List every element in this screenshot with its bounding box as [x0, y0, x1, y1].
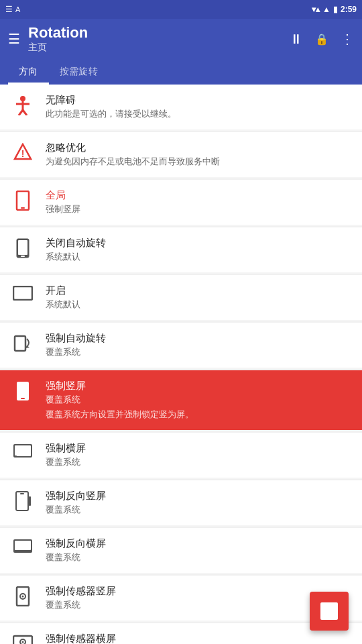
- svg-text:!: !: [21, 148, 25, 159]
- force-sensor-landscape-title: 强制传感器横屏: [46, 633, 351, 644]
- close-auto-icon: [11, 238, 35, 258]
- accessibility-title: 无障碍: [46, 94, 351, 107]
- svg-rect-22: [20, 493, 24, 494]
- force-reverse-landscape-icon: [11, 539, 35, 553]
- force-sensor-portrait-text: 强制传感器竖屏 覆盖系统: [46, 585, 351, 611]
- force-landscape-sub: 覆盖系统: [46, 456, 351, 468]
- svg-rect-10: [18, 240, 27, 255]
- list-item-force-landscape[interactable]: 强制横屏 覆盖系统: [0, 433, 362, 478]
- quanju-sub: 强制竖屏: [46, 203, 351, 215]
- hamburger-button[interactable]: ☰: [8, 31, 20, 47]
- svg-line-4: [23, 110, 27, 115]
- force-landscape-text: 强制横屏 覆盖系统: [46, 442, 351, 468]
- app-title: Rotation: [28, 24, 88, 42]
- tab-bar: 方向 按需旋转: [8, 59, 354, 85]
- svg-rect-11: [21, 256, 25, 257]
- open-sub: 系统默认: [46, 299, 351, 311]
- svg-rect-23: [29, 496, 31, 506]
- accessibility-sub: 此功能是可选的，请接受以继续。: [46, 108, 351, 120]
- app-subtitle: 主页: [28, 42, 88, 54]
- force-portrait-text: 强制竖屏 覆盖系统 覆盖系统方向设置并强制锁定竖为屏。: [46, 380, 351, 421]
- svg-rect-16: [17, 382, 29, 400]
- svg-rect-21: [16, 492, 28, 511]
- quanju-title: 全局: [46, 189, 351, 202]
- quanju-icon: [11, 191, 35, 211]
- force-sensor-portrait-sub: 覆盖系统: [46, 599, 351, 611]
- force-reverse-portrait-text: 强制反向竖屏 覆盖系统: [46, 490, 351, 516]
- force-portrait-title: 强制竖屏: [46, 380, 351, 392]
- force-reverse-portrait-icon: [11, 491, 35, 511]
- svg-rect-20: [14, 455, 17, 457]
- tab-direction[interactable]: 方向: [8, 59, 49, 85]
- open-text: 开启 系统默认: [46, 284, 351, 311]
- close-auto-title: 关闭自动旋转: [46, 237, 351, 250]
- list-item-force-portrait[interactable]: 强制竖屏 覆盖系统 覆盖系统方向设置并强制锁定竖为屏。: [0, 370, 362, 430]
- stop-fab[interactable]: [310, 592, 349, 631]
- wifi-icon: ▾▴: [312, 5, 320, 14]
- force-portrait-icon: [11, 381, 35, 401]
- svg-rect-19: [15, 445, 31, 456]
- force-auto-text: 强制自动旋转 覆盖系统: [46, 332, 351, 358]
- force-sensor-portrait-icon: [11, 586, 35, 606]
- force-portrait-extra: 覆盖系统方向设置并强制锁定竖为屏。: [46, 409, 351, 421]
- force-landscape-title: 强制横屏: [46, 442, 351, 455]
- ignore-optimize-text: 忽略优化 为避免因内存不足或电池不足而导致服务中断: [46, 142, 351, 168]
- force-sensor-landscape-text: 强制传感器横屏 覆盖系统: [46, 633, 351, 644]
- pause-button[interactable]: ⏸: [290, 32, 303, 47]
- list-item-ignore-optimize[interactable]: ! 忽略优化 为避免因内存不足或电池不足而导致服务中断: [0, 132, 362, 177]
- svg-rect-8: [21, 207, 25, 209]
- list-item-force-sensor-landscape[interactable]: 强制传感器横屏 覆盖系统: [0, 623, 362, 644]
- status-left: ☰ A: [5, 5, 20, 14]
- force-auto-icon: [11, 333, 35, 352]
- svg-rect-14: [15, 336, 25, 351]
- list-item-open[interactable]: 开启 系统默认: [0, 275, 362, 320]
- ignore-optimize-sub: 为避免因内存不足或电池不足而导致服务中断: [46, 156, 351, 168]
- list-item-force-reverse-landscape[interactable]: 强制反向横屏 覆盖系统: [0, 528, 362, 573]
- rotation-list: 无障碍 此功能是可选的，请接受以继续。 ! 忽略优化 为避免因内存不足或电池不足…: [0, 85, 362, 644]
- close-auto-sub: 系统默认: [46, 251, 351, 263]
- force-reverse-landscape-text: 强制反向横屏 覆盖系统: [46, 537, 351, 564]
- accessibility-text: 无障碍 此功能是可选的，请接受以继续。: [46, 94, 351, 120]
- title-group: Rotation 主页: [28, 24, 88, 54]
- force-auto-title: 强制自动旋转: [46, 332, 351, 345]
- status-right: ▾▴ ▲ ▮ 2:59: [312, 5, 357, 14]
- open-icon: [11, 286, 35, 301]
- force-reverse-landscape-sub: 覆盖系统: [46, 551, 351, 564]
- force-reverse-portrait-sub: 覆盖系统: [46, 504, 351, 516]
- accessibility-icon: [11, 95, 35, 115]
- svg-rect-17: [21, 398, 25, 399]
- svg-rect-7: [17, 191, 29, 210]
- toolbar-actions: ⏸ 🔒 ⋮: [290, 31, 354, 47]
- menu-indicator: ☰: [5, 5, 13, 14]
- list-item-force-reverse-portrait[interactable]: 强制反向竖屏 覆盖系统: [0, 480, 362, 525]
- svg-point-28: [22, 596, 24, 598]
- toolbar: ☰ Rotation 主页 ⏸ 🔒 ⋮ 方向 按需旋转: [0, 19, 362, 85]
- list-item-accessibility[interactable]: 无障碍 此功能是可选的，请接受以继续。: [0, 85, 362, 129]
- more-button[interactable]: ⋮: [341, 31, 354, 47]
- svg-rect-25: [15, 541, 31, 550]
- force-landscape-icon: [11, 443, 35, 458]
- warning-icon: !: [11, 143, 35, 162]
- list-item-force-sensor-portrait[interactable]: 强制传感器竖屏 覆盖系统: [0, 576, 362, 621]
- force-auto-sub: 覆盖系统: [46, 346, 351, 358]
- list-item-close-auto[interactable]: 关闭自动旋转 系统默认: [0, 227, 362, 272]
- tab-on-demand[interactable]: 按需旋转: [49, 59, 109, 85]
- signal-icon: ▲: [322, 5, 330, 14]
- app-indicator: A: [15, 5, 20, 13]
- force-sensor-portrait-title: 强制传感器竖屏: [46, 585, 351, 598]
- list-item-quanju[interactable]: 全局 强制竖屏: [0, 180, 362, 225]
- force-reverse-portrait-title: 强制反向竖屏: [46, 490, 351, 502]
- list-item-force-auto[interactable]: 强制自动旋转 覆盖系统: [0, 323, 362, 368]
- svg-point-31: [22, 641, 24, 643]
- status-bar: ☰ A ▾▴ ▲ ▮ 2:59: [0, 0, 362, 19]
- lock-button[interactable]: 🔒: [315, 33, 328, 46]
- force-portrait-sub: 覆盖系统: [46, 394, 351, 406]
- quanju-text: 全局 强制竖屏: [46, 189, 351, 215]
- battery-icon: ▮: [333, 5, 338, 14]
- open-title: 开启: [46, 284, 351, 297]
- close-auto-text: 关闭自动旋转 系统默认: [46, 237, 351, 263]
- svg-rect-12: [13, 286, 32, 300]
- time: 2:59: [341, 5, 357, 14]
- svg-point-0: [20, 96, 25, 101]
- svg-rect-13: [14, 299, 17, 301]
